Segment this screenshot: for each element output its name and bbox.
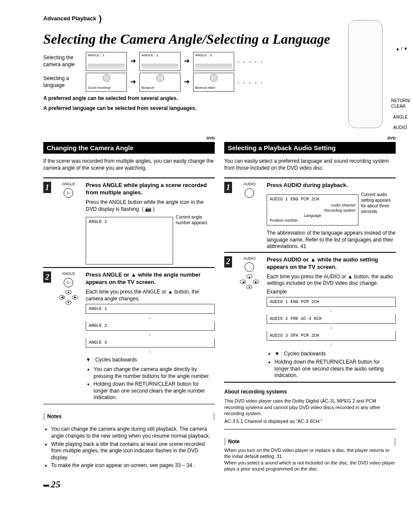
note-body-2: When you select a sound which is not inc… bbox=[224, 460, 396, 472]
note-item: You can change the camera angle during s… bbox=[51, 426, 215, 439]
audio-step1-head: Press AUDIO during playback. bbox=[267, 182, 396, 189]
note-heading: Note bbox=[224, 438, 396, 446]
step-number-2: 2 bbox=[224, 256, 232, 268]
section-bar-angle: Changing the Camera Angle bbox=[43, 142, 215, 154]
audio-step2-body: Each time you press the AUDIO or ▲ butto… bbox=[267, 274, 396, 287]
step-number-2: 2 bbox=[43, 271, 51, 283]
about-heading: About recording systems bbox=[224, 389, 396, 396]
angle-thumb-3: ANGLE : 3 bbox=[193, 52, 234, 71]
audio-button-label: AUDIO bbox=[236, 256, 262, 261]
lang-thumb-1: Good morning! bbox=[86, 73, 127, 92]
dvd-tag: DVD bbox=[43, 136, 215, 141]
dpad-icon: ▲▼◀▶ bbox=[59, 290, 78, 305]
arrow-icon bbox=[130, 57, 136, 66]
audio-button-icon bbox=[245, 262, 254, 272]
about-body-2: AC-3 5.1 Channel is displayed as "AC-3 6… bbox=[224, 418, 396, 424]
step-number-1: 1 bbox=[43, 182, 51, 193]
audio-button-icon bbox=[245, 188, 254, 198]
arrow-icon bbox=[184, 57, 190, 66]
dpad-icon: ▲▼◀▶ bbox=[240, 274, 259, 289]
about-body: This DVD video player uses the Dolby Dig… bbox=[224, 398, 396, 416]
note-item: To make the angle icon appear on-screen,… bbox=[51, 462, 215, 469]
dvd-tag: DVD bbox=[224, 136, 396, 141]
angle-bullet: You can change the camera angle directly… bbox=[94, 366, 215, 380]
angle-button-icon: ▷ bbox=[64, 278, 73, 287]
cycles-backwards: ▼ : Cycles backwards bbox=[86, 357, 215, 364]
osd-angle-display: ANGLE 1 bbox=[86, 217, 173, 264]
note-item: While playing back a title that contains… bbox=[51, 441, 215, 461]
notes-heading: Notes bbox=[43, 413, 215, 421]
preferred-line-1: A preferred angle can be selected from s… bbox=[43, 95, 344, 102]
continuation-dots bbox=[238, 79, 264, 86]
section-bar-audio: Selecting a Playback Audio Setting bbox=[224, 142, 396, 154]
angle-lead: If the scene was recorded from multiple … bbox=[43, 158, 215, 171]
audio-bullet: Holding down the RETURN/CLEAR button for… bbox=[274, 359, 396, 379]
remote-label-audio: AUDIO bbox=[393, 125, 407, 130]
lang-thumb-2: Bonjour! bbox=[139, 73, 181, 92]
abbrev-note: The abbreviation of the language appears… bbox=[267, 230, 396, 250]
right-column: DVD Selecting a Playback Audio Setting Y… bbox=[224, 136, 396, 473]
angle-button-label: ANGLE bbox=[55, 182, 81, 187]
breadcrumb-decor: ) bbox=[99, 13, 102, 24]
remote-label-angle: ANGLE bbox=[393, 114, 408, 120]
step1-head: Press ANGLE while playing a scene record… bbox=[86, 182, 215, 197]
osd-angle-cycle: ANGLE 1 ↓ ANGLE 2 ↓ ANGLE 3 ↓ bbox=[86, 304, 215, 355]
example-label: Example bbox=[267, 289, 396, 296]
audio-lead: You can easily select a preferred langua… bbox=[224, 158, 396, 171]
lang-thumb-3: Buenos dias! bbox=[193, 73, 234, 92]
page-number: 25 bbox=[43, 478, 396, 491]
arrow-icon bbox=[130, 77, 136, 87]
osd-audio-display: AUDIO 1 ENG PCM 2CH Audio channel Record… bbox=[267, 194, 358, 226]
remote-label-return: RETURN/ CLEAR bbox=[391, 98, 410, 109]
osd-audio-cycle: AUDIO 1 ENG PCM 2CH ↓ AUDIO 2 FRE AC-3 6… bbox=[267, 297, 396, 348]
left-column: DVD Changing the Camera Angle If the sce… bbox=[43, 136, 215, 473]
intro-lang-label: Selecting a language bbox=[43, 75, 82, 89]
audio-button-label: AUDIO bbox=[236, 182, 262, 187]
angle-thumb-2: ANGLE : 2 bbox=[139, 52, 181, 71]
step1-body: Press the ANGLE button while the angle i… bbox=[86, 199, 215, 213]
osd-callout: Current angle number appears bbox=[176, 214, 215, 226]
osd-side-note: Current audio setting appears for about … bbox=[361, 192, 396, 214]
cycles-backwards: ▼ : Cycles backwards bbox=[274, 351, 396, 358]
angle-button-icon: ▷ bbox=[64, 188, 73, 198]
arrow-icon bbox=[184, 77, 190, 87]
step2-body: Each time you press the ANGLE or ▲ butto… bbox=[86, 289, 215, 302]
preferred-line-2: A preferred language can be selected fro… bbox=[43, 105, 344, 112]
angle-button-label: ANGLE bbox=[55, 271, 81, 277]
note-body: When you turn on the DVD video player or… bbox=[224, 447, 396, 460]
remote-label-updown: ▲ / ▼ bbox=[396, 46, 408, 52]
intro-angle-label: Selecting the camera angle bbox=[43, 55, 82, 68]
angle-thumb-1: ANGLE : 1 bbox=[86, 52, 127, 71]
step-number-1: 1 bbox=[224, 182, 232, 193]
continuation-dots bbox=[238, 58, 264, 65]
breadcrumb: Advanced Playback bbox=[43, 15, 96, 23]
remote-diagram: ▲ / ▼ RETURN/ CLEAR ANGLE AUDIO bbox=[348, 29, 396, 128]
audio-step2-head: Press AUDIO or ▲ while the audio setting… bbox=[267, 256, 396, 271]
angle-bullet: Holding down the RETURN/CLEAR button for… bbox=[94, 381, 215, 401]
page-title: Selecting the Camera Angle/Selecting a L… bbox=[43, 30, 344, 48]
step2-head: Press ANGLE or ▲ while the angle number … bbox=[86, 271, 215, 286]
